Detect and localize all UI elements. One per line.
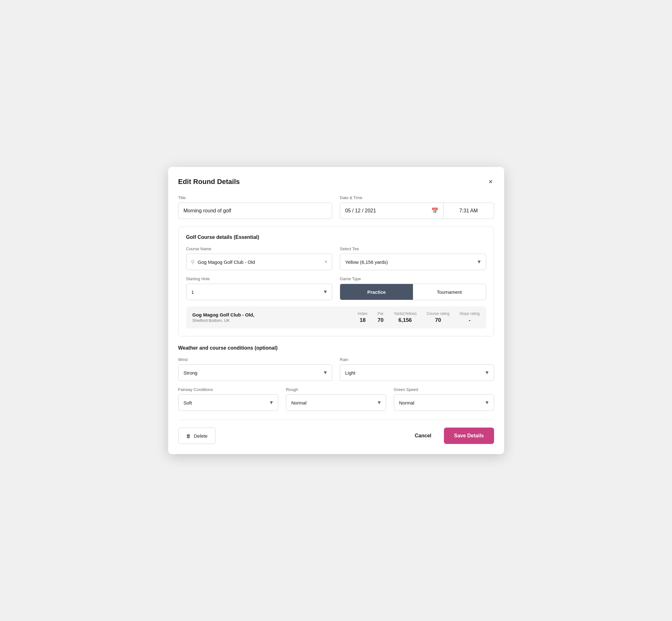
golf-course-title: Golf Course details (Essential) xyxy=(186,235,486,240)
course-name-group: Course Name ⚲ × xyxy=(186,246,333,270)
green-speed-dropdown[interactable]: SlowNormalFast xyxy=(394,395,494,411)
weather-section: Weather and course conditions (optional)… xyxy=(178,345,494,411)
slope-rating-value: - xyxy=(469,317,471,323)
course-info-bar: Gog Magog Golf Club - Old, Shelford Bott… xyxy=(186,306,486,329)
weather-title: Weather and course conditions (optional) xyxy=(178,345,494,351)
select-tee-label: Select Tee xyxy=(340,246,486,251)
hole-gametype-row: Starting Hole 1234 5678 910 ▼ Game Type … xyxy=(186,277,486,300)
close-button[interactable]: × xyxy=(488,177,494,187)
holes-stat: Holes 18 xyxy=(358,312,368,323)
time-value: 7:31 AM xyxy=(459,208,478,214)
fairway-select-wrap: DryNormalSoftWet ▼ xyxy=(178,395,279,411)
course-name-display: Gog Magog Golf Club - Old, xyxy=(193,312,348,318)
save-details-button[interactable]: Save Details xyxy=(444,427,494,444)
wind-dropdown[interactable]: NoneLightModerateStrong xyxy=(178,365,333,381)
fairway-dropdown[interactable]: DryNormalSoftWet xyxy=(178,395,279,411)
slope-rating-stat: Slope rating - xyxy=(459,312,479,323)
rain-group: Rain NoneLightModerateHeavy ▼ xyxy=(340,357,494,381)
cancel-button[interactable]: Cancel xyxy=(410,429,436,443)
green-speed-label: Green Speed xyxy=(394,387,494,392)
modal-title: Edit Round Details xyxy=(178,178,240,186)
course-info-name-block: Gog Magog Golf Club - Old, Shelford Bott… xyxy=(193,312,348,323)
time-input-wrap[interactable]: 7:31 AM xyxy=(444,203,494,219)
rain-dropdown[interactable]: NoneLightModerateHeavy xyxy=(340,365,494,381)
game-type-group: Game Type Practice Tournament xyxy=(340,277,486,300)
datetime-row: 05 / 12 / 2021 📅 7:31 AM xyxy=(340,203,494,219)
slope-rating-label: Slope rating xyxy=(459,312,479,316)
footer-row: 🗑 Delete Cancel Save Details xyxy=(178,427,494,444)
course-name-input-wrap[interactable]: ⚲ × xyxy=(186,254,333,270)
fairway-group: Fairway Conditions DryNormalSoftWet ▼ xyxy=(178,387,279,411)
modal-header: Edit Round Details × xyxy=(178,177,494,187)
starting-hole-label: Starting Hole xyxy=(186,277,333,281)
rough-group: Rough ShortNormalLong ▼ xyxy=(286,387,386,411)
title-datetime-row: Title Date & Time 05 / 12 / 2021 📅 7:31 … xyxy=(178,195,494,219)
select-tee-dropdown[interactable]: Yellow (6,156 yards) White Red Blue xyxy=(340,254,486,270)
date-input-wrap[interactable]: 05 / 12 / 2021 📅 xyxy=(340,203,444,219)
game-type-label: Game Type xyxy=(340,277,486,281)
footer-right: Cancel Save Details xyxy=(410,427,494,444)
starting-hole-wrap: 1234 5678 910 ▼ xyxy=(186,284,333,300)
par-label: Par xyxy=(378,312,384,316)
title-group: Title xyxy=(178,195,333,219)
starting-hole-dropdown[interactable]: 1234 5678 910 xyxy=(186,284,333,300)
holes-value: 18 xyxy=(360,317,366,323)
game-type-toggle: Practice Tournament xyxy=(340,284,486,300)
wind-rain-row: Wind NoneLightModerateStrong ▼ Rain None… xyxy=(178,357,494,381)
clear-icon[interactable]: × xyxy=(325,259,328,265)
rough-label: Rough xyxy=(286,387,386,392)
golf-course-section: Golf Course details (Essential) Course N… xyxy=(178,226,494,336)
rough-dropdown[interactable]: ShortNormalLong xyxy=(286,395,386,411)
datetime-group: Date & Time 05 / 12 / 2021 📅 7:31 AM xyxy=(340,195,494,219)
rain-select-wrap: NoneLightModerateHeavy ▼ xyxy=(340,365,494,381)
select-tee-group: Select Tee Yellow (6,156 yards) White Re… xyxy=(340,246,486,270)
tournament-button[interactable]: Tournament xyxy=(413,284,486,300)
holes-label: Holes xyxy=(358,312,368,316)
trash-icon: 🗑 xyxy=(186,433,191,439)
date-value: 05 / 12 / 2021 xyxy=(345,208,428,214)
conditions-row: Fairway Conditions DryNormalSoftWet ▼ Ro… xyxy=(178,387,494,411)
title-input[interactable] xyxy=(178,203,333,219)
course-location-display: Shelford Bottom, UK xyxy=(193,318,348,323)
rough-select-wrap: ShortNormalLong ▼ xyxy=(286,395,386,411)
search-icon: ⚲ xyxy=(191,259,195,265)
yards-value: 6,156 xyxy=(398,317,412,323)
course-tee-row: Course Name ⚲ × Select Tee Yellow (6,156… xyxy=(186,246,486,270)
wind-label: Wind xyxy=(178,357,333,362)
wind-select-wrap: NoneLightModerateStrong ▼ xyxy=(178,365,333,381)
title-label: Title xyxy=(178,195,333,200)
green-speed-group: Green Speed SlowNormalFast ▼ xyxy=(394,387,494,411)
select-tee-wrap: Yellow (6,156 yards) White Red Blue ▼ xyxy=(340,254,486,270)
datetime-label: Date & Time xyxy=(340,195,494,200)
edit-round-modal: Edit Round Details × Title Date & Time 0… xyxy=(168,167,504,454)
par-value: 70 xyxy=(378,317,384,323)
course-rating-stat: Course rating 70 xyxy=(426,312,449,323)
fairway-label: Fairway Conditions xyxy=(178,387,279,392)
starting-hole-group: Starting Hole 1234 5678 910 ▼ xyxy=(186,277,333,300)
delete-label: Delete xyxy=(194,433,208,439)
practice-button[interactable]: Practice xyxy=(340,284,413,300)
par-stat: Par 70 xyxy=(378,312,384,323)
course-rating-value: 70 xyxy=(435,317,441,323)
course-name-input[interactable] xyxy=(198,259,322,265)
wind-group: Wind NoneLightModerateStrong ▼ xyxy=(178,357,333,381)
yards-label: Yards(Yellow) xyxy=(394,312,417,316)
rain-label: Rain xyxy=(340,357,494,362)
calendar-icon: 📅 xyxy=(431,207,438,214)
delete-button[interactable]: 🗑 Delete xyxy=(178,427,215,444)
green-speed-select-wrap: SlowNormalFast ▼ xyxy=(394,395,494,411)
course-name-label: Course Name xyxy=(186,246,333,251)
course-rating-label: Course rating xyxy=(426,312,449,316)
yards-stat: Yards(Yellow) 6,156 xyxy=(394,312,417,323)
